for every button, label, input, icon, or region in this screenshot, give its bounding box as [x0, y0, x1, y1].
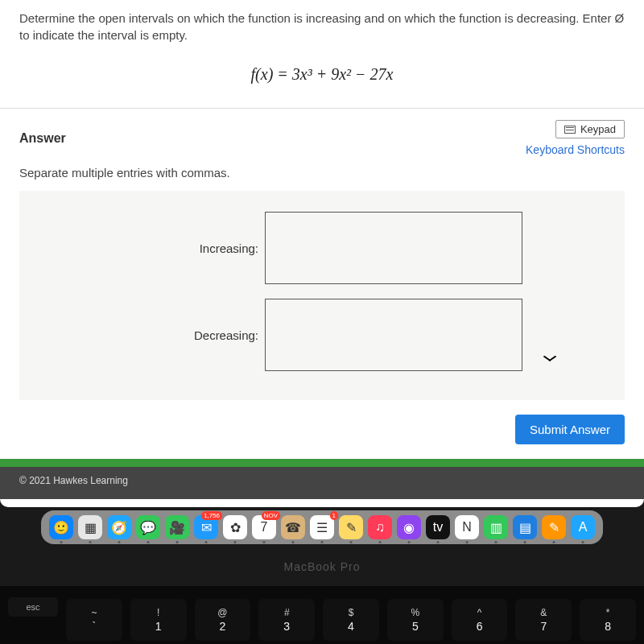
- footer-copyright: © 2021 Hawkes Learning: [0, 467, 644, 499]
- laptop-model-label: MacBook Pro: [0, 560, 644, 573]
- dock: 🙂▦🧭💬🎥✉︎1,756✿7NOV☎︎☰1✎♫◉tvN▥▤✎A: [41, 510, 603, 544]
- answer-card: Increasing: Decreasing:: [19, 191, 625, 400]
- dock-mail-icon[interactable]: ✉︎1,756: [194, 515, 218, 539]
- answer-hint: Separate multiple entries with commas.: [0, 158, 644, 191]
- dock-reminders-icon[interactable]: ☰1: [310, 515, 334, 539]
- dock-safari-icon[interactable]: 🧭: [107, 515, 131, 539]
- key-4[interactable]: $4: [323, 599, 379, 641]
- key-5[interactable]: %5: [387, 599, 444, 641]
- key-7[interactable]: &7: [515, 599, 572, 641]
- dock-calendar-badge: NOV: [262, 511, 280, 520]
- keypad-icon: [564, 126, 576, 134]
- answer-heading: Answer: [19, 131, 66, 146]
- dock-reminders-badge: 1: [330, 511, 338, 520]
- key-esc[interactable]: esc: [8, 597, 58, 617]
- dock-notes-icon[interactable]: ✎: [339, 515, 363, 539]
- dock-contacts-icon[interactable]: ☎︎: [281, 515, 305, 539]
- dock-appletv-icon[interactable]: tv: [426, 515, 450, 539]
- dock-photos-icon[interactable]: ✿: [223, 515, 247, 539]
- key-3[interactable]: #3: [258, 599, 315, 641]
- question-formula: f(x) = 3x³ + 9x² − 27x: [19, 63, 625, 85]
- keyboard-shortcuts-link[interactable]: Keyboard Shortcuts: [526, 143, 625, 156]
- increasing-label: Increasing:: [122, 242, 258, 255]
- dock-preview-icon[interactable]: A: [571, 515, 595, 539]
- dock-messages-icon[interactable]: 💬: [136, 515, 160, 539]
- decreasing-input[interactable]: [265, 299, 522, 371]
- increasing-input[interactable]: [265, 212, 522, 284]
- key-`[interactable]: ~`: [66, 599, 122, 641]
- keyboard: esc ~`!1@2#3$4%5^6&7*8: [0, 586, 644, 644]
- dock-keynote-icon[interactable]: ▤: [513, 515, 537, 539]
- dock-facetime-icon[interactable]: 🎥: [165, 515, 189, 539]
- dock-pages-icon[interactable]: ✎: [542, 515, 566, 539]
- keypad-button[interactable]: Keypad: [555, 120, 625, 138]
- dock-news-icon[interactable]: N: [455, 515, 479, 539]
- key-8[interactable]: *8: [580, 599, 636, 641]
- accent-bar: [0, 459, 644, 467]
- dock-finder-icon[interactable]: 🙂: [49, 515, 73, 539]
- dock-music-icon[interactable]: ♫: [368, 515, 392, 539]
- keypad-label: Keypad: [580, 123, 616, 135]
- key-1[interactable]: !1: [130, 599, 187, 641]
- dock-podcasts-icon[interactable]: ◉: [397, 515, 421, 539]
- key-2[interactable]: @2: [195, 599, 251, 641]
- key-6[interactable]: ^6: [452, 599, 508, 641]
- dock-numbers-icon[interactable]: ▥: [484, 515, 508, 539]
- submit-button[interactable]: Submit Answer: [515, 415, 625, 444]
- dock-calendar-icon[interactable]: 7NOV: [252, 515, 276, 539]
- dock-launchpad-icon[interactable]: ▦: [78, 515, 102, 539]
- question-prompt: Determine the open intervals on which th…: [19, 10, 625, 43]
- dock-mail-badge: 1,756: [201, 511, 222, 520]
- decreasing-label: Decreasing:: [122, 328, 258, 342]
